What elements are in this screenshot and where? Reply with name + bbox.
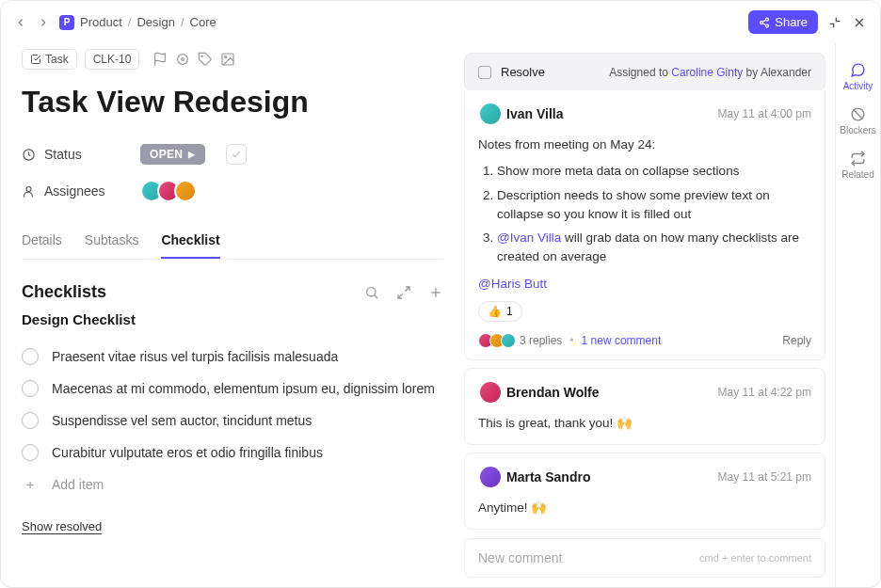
input-hint: cmd + enter to comment [699, 552, 811, 564]
svg-line-4 [763, 23, 766, 24]
checklist-name: Design Checklist [22, 311, 443, 327]
reply-button[interactable]: Reply [782, 334, 811, 347]
new-comment-input[interactable]: New comment cmd + enter to comment [464, 538, 825, 578]
checklist-item[interactable]: Maecenas at mi commodo, elementum ipsum … [22, 373, 443, 405]
flag-icon[interactable] [152, 52, 168, 67]
tabs: DetailsSubtasksChecklist [22, 223, 443, 260]
assigned-to: Assigned to Caroline Ginty by Alexander [609, 66, 811, 79]
timer-icon[interactable] [175, 52, 190, 67]
status-label: Status [44, 147, 82, 162]
tag-icon[interactable] [198, 52, 213, 67]
show-resolved-link[interactable]: Show resolved [22, 519, 102, 534]
checklist-item[interactable]: Praesent vitae risus vel turpis facilisi… [22, 341, 443, 373]
breadcrumb-item[interactable]: Core [190, 15, 216, 29]
svg-line-3 [763, 20, 766, 22]
list-item: @Ivan Villa will grab data on how many c… [497, 229, 811, 267]
nav-forward-icon[interactable] [37, 16, 50, 29]
tab-checklist[interactable]: Checklist [161, 223, 219, 259]
comment: Brendan Wolfe May 11 at 4:22 pm This is … [464, 368, 825, 445]
task-id-pill[interactable]: CLK-10 [85, 49, 140, 70]
list-item: Description needs to show some preview t… [497, 186, 811, 225]
checklist-item[interactable]: Curabitur vulputate eros et odio fringil… [22, 437, 443, 469]
svg-point-15 [367, 287, 376, 295]
comment-time: May 11 at 5:21 pm [718, 470, 811, 484]
comment-time: May 11 at 4:00 pm [718, 107, 811, 120]
breadcrumb-item[interactable]: Design [136, 15, 174, 29]
svg-point-9 [182, 58, 184, 61]
svg-line-18 [398, 294, 403, 298]
resolve-label: Resolve [501, 65, 545, 79]
rail-related[interactable]: Related [836, 145, 880, 185]
breadcrumb-item[interactable]: Product [80, 15, 122, 29]
image-icon[interactable] [220, 52, 235, 67]
svg-line-17 [405, 287, 409, 292]
mention[interactable]: @Ivan Villa [497, 230, 561, 245]
comment-author: Brendan Wolfe [506, 385, 600, 400]
rail-blockers[interactable]: Blockers [836, 101, 880, 141]
checklist-item[interactable]: Suspendisse vel sem auctor, tincidunt me… [22, 405, 443, 437]
complete-checkbox[interactable] [226, 144, 247, 165]
reaction-button[interactable]: 👍 1 [478, 301, 522, 322]
comment-author: Marta Sandro [506, 469, 590, 485]
check-circle-icon[interactable] [22, 412, 39, 429]
svg-point-8 [178, 55, 188, 65]
breadcrumb: P Product / Design / Core [59, 15, 216, 30]
share-button[interactable]: Share [748, 10, 818, 34]
plus-icon: + [22, 476, 39, 493]
resolve-checkbox[interactable] [478, 66, 491, 79]
avatar [478, 465, 503, 489]
project-icon: P [59, 15, 74, 30]
status-icon [22, 148, 36, 162]
comment: Ivan Villa May 11 at 4:00 pm Notes from … [464, 90, 825, 360]
check-circle-icon[interactable] [22, 348, 39, 365]
chevron-right-icon: ▶ [188, 150, 195, 159]
check-circle-icon[interactable] [22, 444, 39, 461]
checklists-title: Checklists [22, 282, 106, 302]
avatar [478, 380, 503, 405]
user-icon [22, 184, 36, 199]
replies-count[interactable]: 3 replies [520, 334, 562, 347]
avatar[interactable] [174, 180, 197, 202]
rail-activity[interactable]: Activity [836, 56, 880, 97]
reply-avatars [478, 333, 512, 348]
svg-point-12 [225, 56, 227, 58]
search-icon[interactable] [364, 285, 379, 300]
tab-subtasks[interactable]: Subtasks [85, 223, 139, 259]
assignee-avatars[interactable] [140, 180, 191, 202]
svg-point-14 [26, 186, 31, 191]
svg-line-16 [375, 295, 377, 298]
nav-back-icon[interactable] [14, 16, 27, 29]
svg-point-2 [766, 24, 769, 27]
list-item: Show more meta data on collapse sections [497, 162, 811, 181]
mention[interactable]: @Haris Butt [478, 277, 547, 291]
add-item-button[interactable]: + Add item [22, 469, 443, 501]
expand-icon[interactable] [396, 285, 411, 300]
page-title: Task View Redesign [22, 85, 443, 119]
comment-author: Ivan Villa [506, 106, 563, 121]
svg-line-22 [854, 110, 863, 119]
add-checklist-icon[interactable] [428, 285, 443, 300]
avatar [478, 102, 503, 126]
comment: Marta Sandro May 11 at 5:21 pm Anytime! … [464, 453, 825, 530]
status-badge[interactable]: OPEN ▶ [140, 144, 205, 165]
assignees-label: Assignees [44, 183, 105, 199]
tab-details[interactable]: Details [22, 223, 62, 259]
svg-point-10 [201, 56, 202, 56]
check-circle-icon[interactable] [22, 380, 39, 397]
svg-point-0 [766, 18, 769, 21]
new-comment-link[interactable]: 1 new comment [582, 334, 662, 347]
assigned-user-link[interactable]: Caroline Ginty [671, 66, 743, 79]
close-icon[interactable] [852, 15, 867, 30]
comment-time: May 11 at 4:22 pm [718, 386, 811, 399]
task-type-pill[interactable]: Task [22, 49, 77, 70]
svg-point-1 [761, 21, 763, 24]
minimize-icon[interactable] [827, 15, 842, 30]
